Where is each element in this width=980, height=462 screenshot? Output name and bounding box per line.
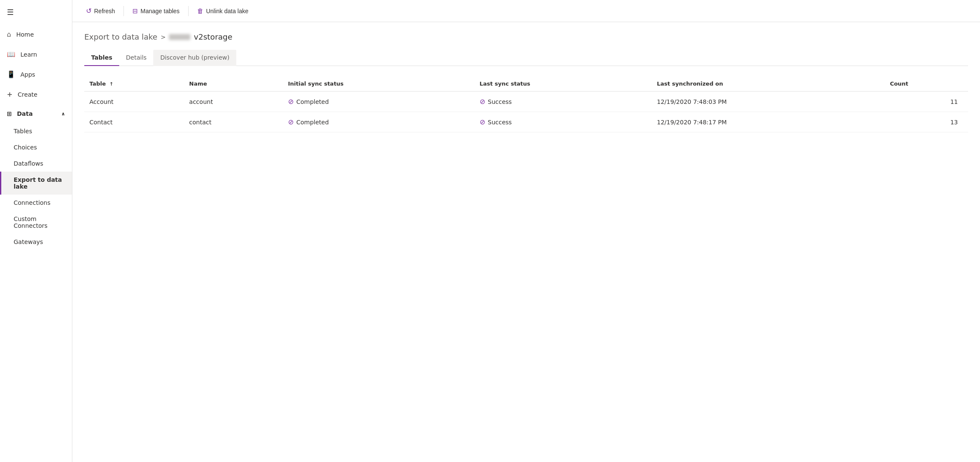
manage-tables-icon: ⊟ <box>132 7 138 15</box>
last-sync-status-contact: Success <box>488 119 512 126</box>
data-table: Table ↑ Name Initial sync status Last sy… <box>84 76 968 132</box>
sidebar-item-dataflows[interactable]: Dataflows <box>0 155 72 172</box>
toolbar-separator-1 <box>123 6 124 16</box>
breadcrumb-parent[interactable]: Export to data lake <box>84 32 158 41</box>
breadcrumb-separator: > <box>161 34 166 40</box>
cell-last-sync-contact: ⊘ Success <box>474 112 652 132</box>
sidebar-item-create[interactable]: + Create <box>0 84 72 104</box>
col-header-count: Count <box>885 76 968 92</box>
sidebar-item-learn[interactable]: 📖 Learn <box>0 44 72 64</box>
success-icon-account: ⊘ <box>479 98 485 106</box>
last-sync-status-account: Success <box>488 98 512 105</box>
cell-last-sync-on-contact: 12/19/2020 7:48:17 PM <box>652 112 885 132</box>
cell-name-contact: contact <box>184 112 283 132</box>
tab-details[interactable]: Details <box>119 50 154 66</box>
tab-discover-hub[interactable]: Discover hub (preview) <box>153 50 236 66</box>
table-header-row: Table ↑ Name Initial sync status Last sy… <box>84 76 968 92</box>
completed-icon-account: ⊘ <box>288 98 294 106</box>
sidebar-sub-items: Tables Choices Dataflows Export to data … <box>0 123 72 250</box>
data-chevron-icon: ∧ <box>61 111 65 117</box>
apps-icon: 📱 <box>7 70 15 78</box>
hamburger-menu[interactable]: ☰ <box>0 0 72 24</box>
table-row[interactable]: Contact contact ⊘ Completed ⊘ Success <box>84 112 968 132</box>
breadcrumb-storage-name: v2storage <box>194 32 232 41</box>
cell-count-account: 11 <box>885 92 968 112</box>
toolbar-separator-2 <box>188 6 189 16</box>
main-content: ↺ Refresh ⊟ Manage tables 🗑 Unlink data … <box>72 0 980 462</box>
sidebar-item-tables[interactable]: Tables <box>0 123 72 139</box>
col-header-last-sync: Last sync status <box>474 76 652 92</box>
col-header-table: Table ↑ <box>84 76 184 92</box>
sidebar: ☰ ⌂ Home 📖 Learn 📱 Apps + Create ⊞ Data … <box>0 0 72 462</box>
cell-name-account: account <box>184 92 283 112</box>
sidebar-item-gateways[interactable]: Gateways <box>0 234 72 250</box>
cell-initial-sync-account: ⊘ Completed <box>283 92 475 112</box>
breadcrumb: Export to data lake > v2storage <box>84 32 968 41</box>
learn-icon: 📖 <box>7 50 15 58</box>
sidebar-item-home-label: Home <box>16 31 34 38</box>
toolbar: ↺ Refresh ⊟ Manage tables 🗑 Unlink data … <box>72 0 980 22</box>
refresh-icon: ↺ <box>86 7 92 15</box>
cell-table-contact: Contact <box>84 112 184 132</box>
hamburger-icon: ☰ <box>7 8 14 17</box>
content-area: Export to data lake > v2storage Tables D… <box>72 22 980 462</box>
manage-tables-label: Manage tables <box>140 8 180 14</box>
completed-icon-contact: ⊘ <box>288 118 294 126</box>
sidebar-item-export-to-data-lake[interactable]: Export to data lake <box>0 172 72 195</box>
sort-icon-table: ↑ <box>109 81 113 87</box>
initial-sync-status-contact: Completed <box>296 119 329 126</box>
tab-tables[interactable]: Tables <box>84 50 119 66</box>
sidebar-section-data[interactable]: ⊞ Data ∧ <box>0 104 72 123</box>
sidebar-item-connections[interactable]: Connections <box>0 195 72 211</box>
col-header-last-synchronized-on: Last synchronized on <box>652 76 885 92</box>
sidebar-item-create-label: Create <box>17 91 37 98</box>
col-header-initial-sync: Initial sync status <box>283 76 475 92</box>
cell-last-sync-on-account: 12/19/2020 7:48:03 PM <box>652 92 885 112</box>
col-header-name: Name <box>184 76 283 92</box>
sidebar-item-learn-label: Learn <box>20 51 37 58</box>
create-icon: + <box>7 90 12 98</box>
breadcrumb-blur <box>169 34 190 40</box>
data-icon: ⊞ <box>7 110 12 117</box>
table-row[interactable]: Account account ⊘ Completed ⊘ Success <box>84 92 968 112</box>
sidebar-item-choices[interactable]: Choices <box>0 139 72 155</box>
initial-sync-status-account: Completed <box>296 98 329 105</box>
sidebar-section-data-label: Data <box>17 110 33 117</box>
breadcrumb-current: v2storage <box>169 32 232 41</box>
sidebar-item-apps-label: Apps <box>20 71 35 78</box>
unlink-data-lake-button[interactable]: 🗑 Unlink data lake <box>192 5 254 17</box>
unlink-data-lake-label: Unlink data lake <box>206 8 249 14</box>
cell-initial-sync-contact: ⊘ Completed <box>283 112 475 132</box>
cell-count-contact: 13 <box>885 112 968 132</box>
refresh-label: Refresh <box>94 8 115 14</box>
sidebar-item-custom-connectors[interactable]: Custom Connectors <box>0 211 72 234</box>
sidebar-item-home[interactable]: ⌂ Home <box>0 24 72 44</box>
sidebar-item-apps[interactable]: 📱 Apps <box>0 64 72 84</box>
home-icon: ⌂ <box>7 30 11 38</box>
cell-table-account: Account <box>84 92 184 112</box>
refresh-button[interactable]: ↺ Refresh <box>81 4 120 17</box>
unlink-icon: 🗑 <box>197 7 203 14</box>
success-icon-contact: ⊘ <box>479 118 485 126</box>
tabs: Tables Details Discover hub (preview) <box>84 50 968 66</box>
manage-tables-button[interactable]: ⊟ Manage tables <box>127 5 185 17</box>
cell-last-sync-account: ⊘ Success <box>474 92 652 112</box>
